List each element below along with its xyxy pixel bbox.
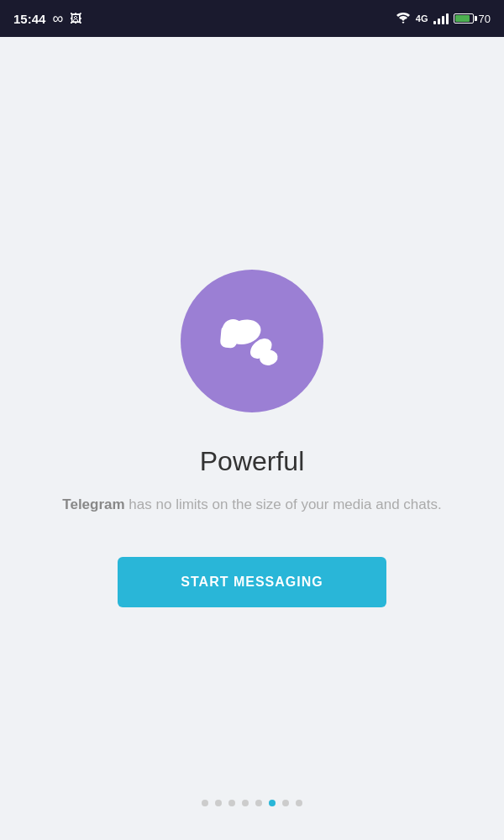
pagination-dots [202,800,302,806]
signal-bar-2 [438,18,440,24]
app-icon-container [181,270,323,412]
signal-bar-4 [446,13,449,24]
dot-4 [242,800,249,806]
dot-7 [282,800,289,806]
description-text: has no limits on the size of your media … [125,496,442,512]
svg-rect-4 [220,324,239,349]
status-left: 15:44 ∞ 🖼 [13,10,81,28]
brand-name: Telegram [62,496,124,512]
start-messaging-button[interactable]: START MESSAGING [118,557,386,607]
dot-2 [215,800,222,806]
main-content: Powerful Telegram has no limits on the s… [0,37,504,840]
battery-container [454,13,474,24]
signal-bar-1 [433,21,436,24]
dot-3 [228,800,235,806]
dot-1 [202,800,208,806]
page-title: Powerful [200,446,305,477]
battery-fill [455,15,470,22]
network-type: 4G [416,13,428,24]
dot-6-active [269,800,276,806]
status-right: 4G 70 [396,12,491,26]
status-bar: 15:44 ∞ 🖼 4G 70 [0,0,504,37]
wifi-icon [396,12,411,26]
infinity-icon: ∞ [52,10,63,28]
dot-5 [255,800,262,806]
signal-bar-3 [442,16,444,24]
image-status-icon: 🖼 [70,12,81,25]
page-description: Telegram has no limits on the size of yo… [62,494,441,516]
signal-bars [433,13,449,24]
muscle-icon [214,303,290,379]
battery-level: 70 [479,13,491,25]
battery-icon [454,13,474,24]
dot-8 [296,800,302,806]
status-time: 15:44 [13,12,45,26]
